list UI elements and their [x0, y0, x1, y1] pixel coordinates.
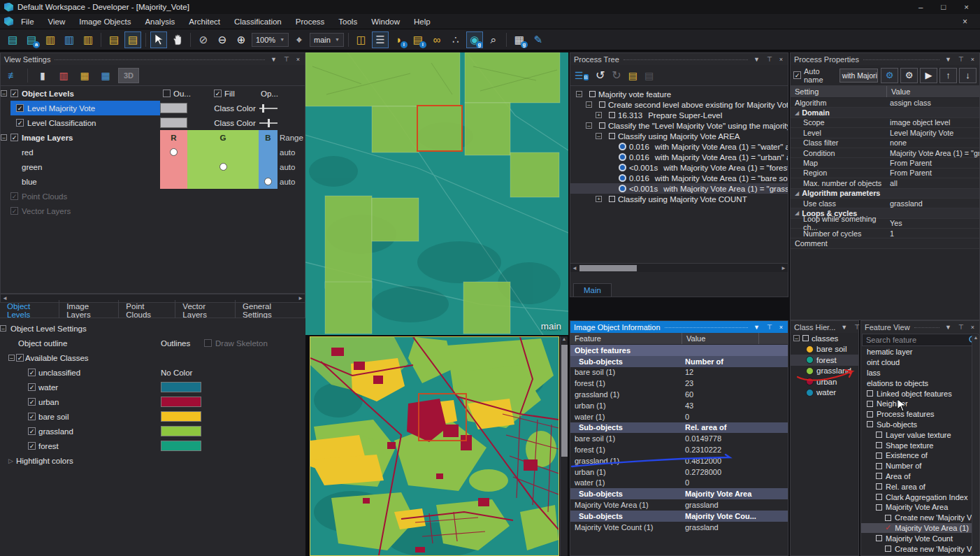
- feature-item-12[interactable]: Area of: [861, 471, 979, 482]
- map-view-bottom[interactable]: ▲: [305, 335, 568, 556]
- class-color-swatch[interactable]: [161, 411, 201, 422]
- single-layer-view-icon[interactable]: ▮: [34, 68, 51, 83]
- tab-vector-layers[interactable]: Vector Layers: [175, 300, 236, 321]
- class-row-water[interactable]: ✓water: [0, 380, 305, 394]
- class-color-swatch[interactable]: [161, 426, 201, 436]
- expander-icon[interactable]: +: [596, 112, 602, 118]
- feature-item-2[interactable]: lass: [861, 368, 979, 378]
- feature-item-14[interactable]: Clark Aggregation Index: [861, 492, 979, 502]
- cursor-tool-icon[interactable]: [150, 31, 167, 48]
- open-project-icon[interactable]: ▥: [80, 31, 96, 48]
- process-node-5[interactable]: 0.016with Majority Vote Area (1) = "wate…: [570, 141, 788, 152]
- class-color-swatch[interactable]: [161, 382, 201, 392]
- class-item-bare-soil[interactable]: bare soil: [791, 344, 858, 355]
- feature-item-3[interactable]: elations to objects: [861, 378, 979, 388]
- menu-analysis[interactable]: Analysis: [138, 15, 181, 28]
- view-layout-icon[interactable]: ☰: [372, 31, 389, 48]
- pp-row-2[interactable]: Scopeimage object level: [791, 118, 979, 128]
- view-3d-button[interactable]: 3D: [118, 68, 139, 83]
- map-vscrollbar[interactable]: ▲: [560, 336, 568, 556]
- feature-item-1[interactable]: oint cloud: [861, 357, 979, 368]
- class-item-water[interactable]: water: [791, 387, 858, 399]
- class-color-swatch[interactable]: [161, 441, 201, 451]
- available-classes-row[interactable]: –✓Available Classes: [0, 350, 305, 365]
- view-settings-gear-icon[interactable]: ◉g: [466, 31, 483, 48]
- feature-item-4[interactable]: Linked object features: [861, 388, 979, 399]
- scroll-thumb[interactable]: [561, 345, 568, 457]
- feature-item-6[interactable]: Process features: [861, 409, 979, 420]
- lock-workspace-icon[interactable]: ▤a: [23, 31, 40, 48]
- tab-point-clouds[interactable]: Point Clouds: [119, 300, 175, 321]
- class-item-grassland[interactable]: grassland: [791, 366, 858, 377]
- scroll-thumb[interactable]: [579, 265, 637, 271]
- ioi-row-12[interactable]: water (1)0: [570, 478, 788, 489]
- checkbox[interactable]: ✓: [28, 369, 36, 376]
- expander-icon[interactable]: –: [586, 122, 592, 129]
- document-close-button[interactable]: ×: [963, 17, 976, 27]
- class-item-urban[interactable]: urban: [791, 376, 858, 387]
- pp-row-10[interactable]: Use classgrassland: [791, 199, 979, 208]
- scroll-left-icon[interactable]: ◄: [572, 265, 577, 271]
- preview-search-icon[interactable]: ⌕: [485, 31, 502, 48]
- expander-icon[interactable]: –: [0, 325, 6, 332]
- image-layers-row[interactable]: –✓Image LayersRGBRange: [1, 130, 305, 145]
- ioi-subhead-1[interactable]: Sub-objectsNumber of: [570, 356, 788, 367]
- checkbox[interactable]: [204, 339, 212, 347]
- opacity-slider[interactable]: [259, 108, 278, 109]
- scroll-up-icon[interactable]: ▲: [562, 336, 567, 341]
- panel-menu-icon[interactable]: ▼: [752, 324, 761, 331]
- slider-thumb[interactable]: [262, 104, 264, 113]
- pin-icon[interactable]: ⊤: [957, 56, 965, 63]
- remove-layer-view-icon[interactable]: ▦: [76, 68, 93, 83]
- add-view-setting-icon[interactable]: ≢: [4, 68, 21, 83]
- checkbox[interactable]: ✓: [16, 119, 24, 127]
- expander-icon[interactable]: –: [8, 355, 15, 361]
- menu-file[interactable]: File: [15, 15, 41, 28]
- split-view-icon[interactable]: ◫: [353, 31, 370, 48]
- scroll-right-icon[interactable]: ►: [781, 265, 786, 271]
- menu-help[interactable]: Help: [408, 15, 437, 28]
- expander-icon[interactable]: –: [793, 335, 800, 341]
- object-info-icon[interactable]: ▤i: [410, 31, 426, 48]
- minimize-button[interactable]: –: [918, 3, 923, 11]
- menu-view[interactable]: View: [42, 15, 72, 28]
- checkbox[interactable]: ✓: [28, 383, 36, 391]
- process-node-6[interactable]: 0.016with Majority Vote Area (1) = "urba…: [570, 152, 788, 162]
- rgb-layer-view-icon[interactable]: ▥: [55, 68, 72, 83]
- ioi-row-10[interactable]: grassland (1)0.4812000: [570, 455, 788, 466]
- checkbox[interactable]: ✓: [28, 427, 36, 435]
- panel-menu-icon[interactable]: ▼: [944, 56, 953, 63]
- import-project-icon[interactable]: ▥: [61, 31, 78, 48]
- object-levels-row[interactable]: –✓Object LevelsOu...✓FillOp...: [1, 86, 305, 101]
- review-glasses-icon[interactable]: ∞: [428, 31, 445, 48]
- band-row-red[interactable]: redauto: [1, 145, 305, 159]
- checkbox[interactable]: ✓: [10, 207, 18, 215]
- pp-row-14[interactable]: Comment: [791, 238, 979, 248]
- feature-item-15[interactable]: Majority Vote Area: [861, 502, 979, 513]
- ioi-row-2[interactable]: bare soil (1)12: [570, 367, 788, 378]
- add-workspace-icon[interactable]: ▤: [4, 31, 21, 48]
- feature-item-5[interactable]: Neighbor: [861, 399, 979, 409]
- algorithm-settings-button[interactable]: ⚙: [881, 68, 898, 83]
- lock-view-icon[interactable]: ⊘: [195, 31, 212, 48]
- tab-image-layers[interactable]: Image Layers: [59, 300, 119, 321]
- process-node-7[interactable]: <0.001swith Majority Vote Area (1) = "fo…: [570, 162, 788, 173]
- process-node-2[interactable]: +16.313Prepare Super-Level: [570, 110, 788, 120]
- close-icon[interactable]: ×: [778, 56, 784, 63]
- chevron-down-icon[interactable]: ▼: [335, 37, 340, 42]
- pp-row-4[interactable]: Class filternone: [791, 138, 979, 148]
- range-value[interactable]: auto: [280, 163, 295, 171]
- feature-item-18[interactable]: Majority Vote Count: [861, 533, 979, 543]
- feature-item-7[interactable]: Sub-objects: [861, 420, 979, 430]
- feature-item-13[interactable]: Rel. area of: [861, 481, 979, 492]
- expander-icon[interactable]: –: [1, 134, 7, 141]
- panel-menu-icon[interactable]: ▼: [840, 324, 849, 331]
- feature-item-19[interactable]: Create new 'Majority Vote: [861, 543, 979, 554]
- expand-triangle-icon[interactable]: ▷: [8, 457, 13, 464]
- auto-name-checkbox[interactable]: ✓: [793, 71, 801, 79]
- class-row-bare-soil[interactable]: ✓bare soil: [0, 409, 305, 424]
- close-icon[interactable]: ×: [295, 56, 301, 63]
- band-select-radio[interactable]: [264, 178, 272, 185]
- scroll-up-icon[interactable]: ▲: [974, 335, 979, 340]
- ioi-subhead-13[interactable]: Sub-objectsMajority Vote Area: [570, 488, 788, 499]
